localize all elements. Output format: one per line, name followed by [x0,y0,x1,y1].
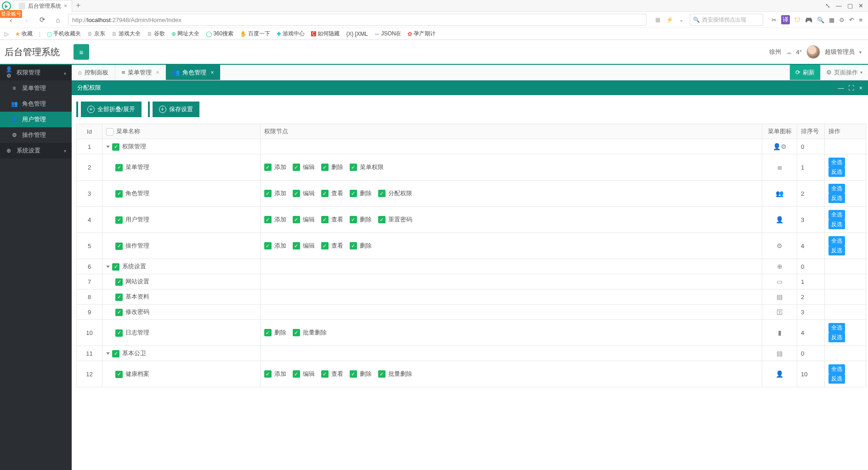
sidebar-item-操作管理[interactable]: ⚙操作管理 [0,127,72,143]
checkbox-checked-icon[interactable]: ✓ [112,350,119,357]
undo-icon[interactable]: ↶ [849,17,854,23]
checkbox-checked-icon[interactable]: ✓ [350,370,357,378]
window-min-icon[interactable]: — [836,2,842,9]
bookmark-item[interactable]: ◯360搜索 [206,30,233,38]
perm-item[interactable]: ✓查看 [321,242,343,250]
perm-item[interactable]: ✓添加 [264,370,286,378]
checkbox-checked-icon[interactable]: ✓ [115,371,123,378]
checkbox-checked-icon[interactable]: ✓ [264,242,272,249]
qr-icon[interactable]: ▦ [654,16,661,23]
select-all-button[interactable]: 全选 [828,184,845,193]
perm-item[interactable]: ✓删除 [350,370,372,378]
perm-item[interactable]: ✓删除 [350,215,372,224]
new-tab-button[interactable]: + [72,1,85,11]
checkbox-checked-icon[interactable]: ✓ [264,216,272,223]
sidebar-item-系统设置[interactable]: ⊕系统设置▾ [0,143,72,159]
tree-toggle-icon[interactable] [106,146,110,148]
checkbox-checked-icon[interactable]: ✓ [112,143,119,151]
perm-item[interactable]: ✓批量删除 [378,370,412,378]
checkbox-checked-icon[interactable]: ✓ [115,190,123,198]
bookmark-item[interactable]: ▷ [5,31,9,37]
bookmark-item[interactable]: ✿孕产期计 [408,30,436,38]
forward-button[interactable]: › [21,14,32,25]
perm-item[interactable]: ✓添加 [264,163,286,171]
login-badge[interactable]: 登录账号 [0,10,22,18]
tab-控制面板[interactable]: ⌂控制面板 [72,65,115,80]
close-icon[interactable]: × [859,85,862,91]
sidebar-toggle-button[interactable]: ≡ [74,44,89,60]
bookmark-item[interactable]: 🗎游戏大全 [112,30,141,38]
perm-item[interactable]: ✓菜单权限 [350,163,384,171]
checkbox-checked-icon[interactable]: ✓ [112,263,119,271]
window-max-icon[interactable]: ▢ [847,2,853,9]
sidebar-item-菜单管理[interactable]: ≡菜单管理 [0,80,72,96]
checkbox-checked-icon[interactable]: ✓ [378,370,386,378]
checkbox-checked-icon[interactable]: ✓ [293,242,300,249]
perm-item[interactable]: ✓添加 [264,242,286,250]
window-sync-icon[interactable]: ⤡ [825,2,830,9]
sidebar-item-用户管理[interactable]: 👤用户管理 [0,112,72,127]
page-ops-button[interactable]: ⚙页面操作▾ [820,65,868,80]
address-bar[interactable]: http://localhost:27948/Admin/Home/Index [68,14,647,26]
close-icon[interactable]: × [210,69,214,76]
checkbox-checked-icon[interactable]: ✓ [115,294,123,301]
perm-item[interactable]: ✓分配权限 [378,189,412,198]
close-icon[interactable]: × [64,3,67,9]
bookmark-item[interactable]: {X}[XML [346,31,368,37]
perm-item[interactable]: ✓添加 [264,189,286,198]
perm-item[interactable]: ✓添加 [264,215,286,224]
chevron-down-icon[interactable]: ▾ [859,50,862,55]
checkbox-checked-icon[interactable]: ✓ [321,370,329,378]
checkbox-checked-icon[interactable]: ✓ [115,216,123,224]
checkbox-checked-icon[interactable]: ✓ [378,216,386,223]
checkbox-checked-icon[interactable]: ✓ [321,190,329,197]
checkbox-checked-icon[interactable]: ✓ [350,242,357,249]
bookmark-item[interactable]: ✚游戏中心 [277,30,305,38]
sidebar-item-权限管理[interactable]: 👤⚙权限管理▴ [0,65,72,80]
bookmark-item[interactable]: ✋百度一下 [240,30,270,38]
perm-item[interactable]: ✓查看 [321,189,343,198]
perm-item[interactable]: ✓编辑 [293,242,315,250]
perm-item[interactable]: ✓删除 [350,189,372,198]
invert-select-button[interactable]: 反选 [828,246,845,255]
browser-tab[interactable]: 后台管理系统 × [14,0,72,12]
perm-item[interactable]: ✓重置密码 [378,215,412,224]
maximize-icon[interactable]: ⛶ [848,85,854,91]
sidebar-item-角色管理[interactable]: 👥角色管理 [0,96,72,112]
checkbox-checked-icon[interactable]: ✓ [293,216,300,223]
checkbox-checked-icon[interactable]: ✓ [293,329,300,336]
checkbox-checked-icon[interactable]: ✓ [264,370,272,378]
select-all-button[interactable]: 全选 [828,210,845,220]
select-all-button[interactable]: 全选 [828,364,845,374]
tab-角色管理[interactable]: 👥角色管理× [166,65,221,80]
collapse-expand-button[interactable]: +全部折叠/展开 [81,102,142,117]
tree-toggle-icon[interactable] [106,352,110,355]
checkbox-checked-icon[interactable]: ✓ [115,243,123,250]
perm-item[interactable]: ✓编辑 [293,189,315,198]
select-all-button[interactable]: 全选 [828,158,845,167]
perm-item[interactable]: ✓删除 [321,163,343,171]
scissors-icon[interactable]: ✂ [772,17,777,23]
checkbox-checked-icon[interactable]: ✓ [350,216,357,223]
bookmark-item[interactable]: 🗎谷歌 [147,30,165,38]
refresh-button[interactable]: ⟳刷新 [789,65,820,80]
search-2-icon[interactable]: 🔍 [817,17,824,23]
bookmark-item[interactable]: ↔JSON在 [374,30,401,38]
bookmark-item[interactable]: ★收藏 [15,30,33,38]
invert-select-button[interactable]: 反选 [828,333,845,342]
checkbox-checked-icon[interactable]: ✓ [293,370,300,378]
translate-icon[interactable]: 译 [781,15,790,24]
gear-icon[interactable]: ⚙ [839,17,845,23]
select-all-button[interactable]: 全选 [828,236,845,246]
checkbox-checked-icon[interactable]: ✓ [115,164,123,171]
perm-item[interactable]: ✓查看 [321,215,343,224]
checkbox-checked-icon[interactable]: ✓ [115,329,123,337]
checkbox-checked-icon[interactable]: ✓ [264,164,272,171]
perm-item[interactable]: ✓编辑 [293,215,315,224]
save-settings-button[interactable]: +保存设置 [153,102,199,117]
search-box[interactable]: 🔍 西安疫情拐点出现 [690,14,763,26]
menu-icon[interactable]: ≡ [859,17,862,23]
invert-select-button[interactable]: 反选 [828,374,845,384]
game-icon[interactable]: 🎮 [805,17,812,23]
shield-icon[interactable]: 🛡 [794,17,800,23]
